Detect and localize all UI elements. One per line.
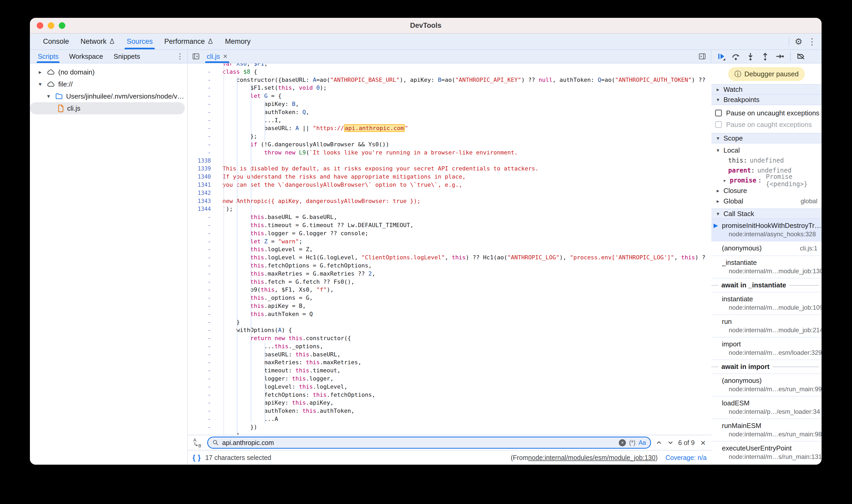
line-gutter[interactable]: 1343 <box>188 197 217 205</box>
line-gutter[interactable]: - <box>188 92 217 100</box>
line-gutter[interactable]: - <box>188 254 217 262</box>
code-line[interactable]: - }; <box>188 132 711 141</box>
coverage-link[interactable]: Coverage: n/a <box>665 454 707 462</box>
scope-promise[interactable]: ▸ promise: Promise {<pending>} <box>711 176 821 185</box>
step-out-button[interactable] <box>761 52 770 61</box>
code-line[interactable]: - authToken: Q, <box>188 108 711 116</box>
next-match-button[interactable] <box>667 439 674 446</box>
line-gutter[interactable]: - <box>188 132 217 141</box>
line-gutter[interactable]: - <box>188 246 217 254</box>
resume-script-button[interactable] <box>717 52 726 61</box>
tree-item-folder[interactable]: ▾ Users/jinhuilee/.nvm/versions/node/v2… <box>30 90 187 102</box>
code-line[interactable]: - baseURL: this.baseURL, <box>188 350 711 359</box>
code-line[interactable]: - return new this.constructor({ <box>188 334 711 342</box>
line-gutter[interactable]: - <box>188 76 217 84</box>
code-line[interactable]: - this._options = G, <box>188 294 711 302</box>
call-stack-frame[interactable]: loadESMnode:internal/p…/esm_loader:34 <box>711 396 821 419</box>
navigator-more-kebab-icon[interactable]: ⋮ <box>176 53 184 60</box>
code-line[interactable]: - logger: this.logger, <box>188 375 711 383</box>
line-gutter[interactable]: 1339 <box>188 165 217 173</box>
line-gutter[interactable]: - <box>188 238 217 246</box>
watch-section-header[interactable]: ▸ Watch <box>711 84 821 95</box>
code-area[interactable]: var Xs0, $F1;-class $8 {- constructor({b… <box>188 64 711 435</box>
step-into-button[interactable] <box>746 52 755 61</box>
settings-gear-icon[interactable]: ⚙ <box>795 37 802 46</box>
code-line[interactable]: - this.maxRetries = G.maxRetries ?? 2, <box>188 270 711 278</box>
search-input[interactable]: api.anthropic.com × (*) Aa <box>207 437 651 449</box>
source-mapped-link[interactable]: node:internal/modules/esm/module_job:130 <box>528 454 656 462</box>
tree-item-file-scheme[interactable]: ▾ file:// <box>30 78 187 90</box>
line-gutter[interactable]: - <box>188 423 217 431</box>
code-line[interactable]: - ...this._options, <box>188 342 711 350</box>
breakpoints-section-header[interactable]: ▾ Breakpoints <box>711 95 821 105</box>
code-line[interactable]: 1341you can set the \`dangerouslyAllowBr… <box>188 181 711 189</box>
line-gutter[interactable]: - <box>188 342 217 350</box>
code-line[interactable]: 1340If you understand the risks and have… <box>188 173 711 181</box>
line-gutter[interactable]: - <box>188 326 217 334</box>
code-line[interactable]: - let Z = "warn"; <box>188 238 711 246</box>
line-gutter[interactable]: - <box>188 100 217 108</box>
collapse-navigator-icon[interactable] <box>192 52 200 60</box>
code-line[interactable]: 1339This is disabled by default, as it r… <box>188 165 711 173</box>
line-gutter[interactable]: - <box>188 302 217 310</box>
line-gutter[interactable]: - <box>188 278 217 286</box>
line-gutter[interactable]: - <box>188 108 217 116</box>
code-line[interactable]: - this.logLevel = Hc1(G.logLevel, "Clien… <box>188 254 711 262</box>
replace-toggle-icon[interactable]: AB <box>192 437 203 448</box>
line-gutter[interactable]: - <box>188 270 217 278</box>
tab-network[interactable]: Network <box>75 34 121 49</box>
code-line[interactable]: - $F1.set(this, void 0); <box>188 84 711 92</box>
line-gutter[interactable]: - <box>188 116 217 125</box>
call-stack-frame[interactable]: runMainESMnode:internal/m…es/run_main:98 <box>711 419 821 442</box>
chevron-right-icon[interactable]: ▸ <box>721 177 728 183</box>
code-line[interactable]: 1344`); <box>188 205 711 213</box>
match-case-toggle[interactable]: Aa <box>638 439 646 446</box>
line-gutter[interactable]: - <box>188 399 217 407</box>
line-gutter[interactable]: - <box>188 350 217 359</box>
code-line[interactable]: 1342 <box>188 189 711 197</box>
line-gutter[interactable] <box>188 64 217 68</box>
line-gutter[interactable]: - <box>188 124 217 132</box>
call-stack-frame[interactable]: (anonymous)node:internal/m…main_module:2 <box>711 464 821 465</box>
code-line[interactable]: - this.apiKey = B, <box>188 302 711 310</box>
pause-on-uncaught-row[interactable]: Pause on uncaught exceptions <box>711 107 821 119</box>
deactivate-breakpoints-button[interactable] <box>796 52 805 61</box>
code-line[interactable]: - timeout: this.timeout, <box>188 366 711 375</box>
chevron-right-icon[interactable]: ▸ <box>37 69 43 75</box>
code-line[interactable]: - ...A <box>188 415 711 423</box>
line-gutter[interactable]: - <box>188 415 217 423</box>
call-stack-frame[interactable]: (anonymous)cli.js:1 <box>711 241 821 256</box>
call-stack-frame[interactable]: runnode:internal/m…module_job:214 <box>711 315 821 338</box>
close-find-bar-icon[interactable]: × <box>699 438 707 447</box>
scope-local-group[interactable]: ▾ Local <box>711 145 821 156</box>
line-gutter[interactable]: - <box>188 358 217 366</box>
line-gutter[interactable]: - <box>188 391 217 399</box>
line-gutter[interactable]: - <box>188 407 217 415</box>
code-line[interactable]: - if (!G.dangerouslyAllowBrowser && Ys0(… <box>188 141 711 149</box>
code-line[interactable]: - apiKey: B, <box>188 100 711 108</box>
line-gutter[interactable]: - <box>188 262 217 270</box>
code-line[interactable]: - this.authToken = Q <box>188 310 711 318</box>
call-stack-frame[interactable]: ▶promiseInitHookWithDestroyTr…node:inter… <box>711 219 821 241</box>
scope-section-header[interactable]: ▾ Scope <box>711 133 821 143</box>
search-query-text[interactable]: api.anthropic.com <box>222 439 616 447</box>
tab-sources[interactable]: Sources <box>121 34 158 49</box>
close-tab-icon[interactable]: × <box>223 52 227 60</box>
code-line[interactable]: - ...I, <box>188 116 711 125</box>
code-line[interactable]: - this.timeout = G.timeout ?? Lw.DEFAULT… <box>188 221 711 230</box>
line-gutter[interactable]: - <box>188 375 217 383</box>
line-gutter[interactable]: - <box>188 366 217 375</box>
line-gutter[interactable]: - <box>188 221 217 230</box>
line-gutter[interactable]: - <box>188 383 217 391</box>
tree-item-clijs-selected[interactable]: cli.js <box>30 102 185 114</box>
call-stack-frame[interactable]: instantiatenode:internal/m…module_job:10… <box>711 292 821 315</box>
tab-console[interactable]: Console <box>37 34 75 49</box>
code-line[interactable]: - withOptions(A) { <box>188 326 711 334</box>
line-gutter[interactable]: - <box>188 294 217 302</box>
code-line[interactable]: - this.fetchOptions = G.fetchOptions, <box>188 262 711 270</box>
code-line[interactable]: - }) <box>188 423 711 431</box>
code-line[interactable]: - } <box>188 318 711 326</box>
chevron-down-icon[interactable]: ▾ <box>45 93 52 100</box>
chevron-down-icon[interactable]: ▾ <box>37 81 43 87</box>
code-line[interactable]: - this.logger = G.logger ?? console; <box>188 230 711 238</box>
